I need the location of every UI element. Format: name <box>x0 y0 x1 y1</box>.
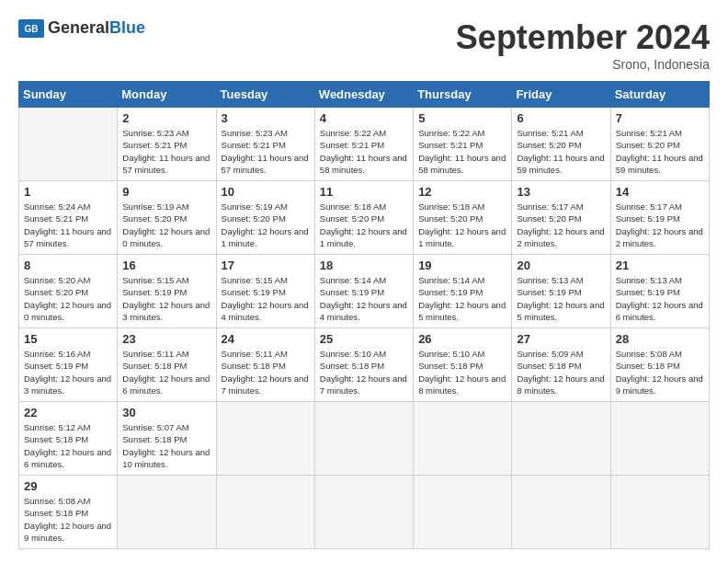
day-number: 7 <box>616 111 704 125</box>
calendar-cell: 18Sunrise: 5:14 AMSunset: 5:19 PMDayligh… <box>314 255 413 328</box>
day-info: Sunrise: 5:08 AMSunset: 5:18 PMDaylight:… <box>616 348 704 396</box>
day-info: Sunrise: 5:24 AMSunset: 5:21 PMDaylight:… <box>24 201 112 249</box>
day-number: 1 <box>24 185 112 199</box>
day-info: Sunrise: 5:19 AMSunset: 5:20 PMDaylight:… <box>222 201 310 249</box>
day-info: Sunrise: 5:21 AMSunset: 5:20 PMDaylight:… <box>616 127 704 176</box>
calendar-cell: 20Sunrise: 5:13 AMSunset: 5:19 PMDayligh… <box>512 255 610 328</box>
day-header-friday: Friday <box>512 82 610 108</box>
day-number: 25 <box>320 332 408 346</box>
day-header-wednesday: Wednesday <box>314 82 413 108</box>
week-row-5: 22Sunrise: 5:12 AMSunset: 5:18 PMDayligh… <box>19 402 710 476</box>
day-number: 21 <box>616 259 704 272</box>
day-info: Sunrise: 5:15 AMSunset: 5:19 PMDaylight:… <box>222 274 310 323</box>
day-number: 28 <box>616 332 704 346</box>
day-number: 15 <box>24 332 112 346</box>
logo: GB GeneralBlue <box>18 18 145 38</box>
calendar-cell <box>610 476 709 549</box>
day-info: Sunrise: 5:13 AMSunset: 5:19 PMDaylight:… <box>517 274 605 323</box>
page-header: GB GeneralBlue September 2024 Srono, Ind… <box>18 18 710 72</box>
calendar-cell <box>512 402 610 476</box>
day-info: Sunrise: 5:21 AMSunset: 5:20 PMDaylight:… <box>517 127 605 176</box>
month-title: September 2024 <box>456 18 710 57</box>
day-info: Sunrise: 5:14 AMSunset: 5:19 PMDaylight:… <box>320 274 408 323</box>
day-number: 10 <box>222 185 310 199</box>
day-info: Sunrise: 5:11 AMSunset: 5:18 PMDaylight:… <box>222 348 310 396</box>
day-info: Sunrise: 5:17 AMSunset: 5:19 PMDaylight:… <box>616 201 704 249</box>
day-number: 12 <box>418 185 506 199</box>
day-info: Sunrise: 5:18 AMSunset: 5:20 PMDaylight:… <box>418 201 506 249</box>
day-info: Sunrise: 5:11 AMSunset: 5:18 PMDaylight:… <box>122 348 210 396</box>
calendar-cell: 27Sunrise: 5:09 AMSunset: 5:18 PMDayligh… <box>512 328 610 402</box>
calendar-cell: 5Sunrise: 5:22 AMSunset: 5:21 PMDaylight… <box>414 108 512 181</box>
day-info: Sunrise: 5:13 AMSunset: 5:19 PMDaylight:… <box>616 274 704 323</box>
day-number: 22 <box>24 406 112 419</box>
calendar-cell: 1Sunrise: 5:24 AMSunset: 5:21 PMDaylight… <box>19 181 118 255</box>
day-number: 27 <box>517 332 605 346</box>
day-header-saturday: Saturday <box>610 82 709 108</box>
calendar-cell: 28Sunrise: 5:08 AMSunset: 5:18 PMDayligh… <box>610 328 709 402</box>
calendar-cell: 25Sunrise: 5:10 AMSunset: 5:18 PMDayligh… <box>314 328 413 402</box>
calendar-cell: 10Sunrise: 5:19 AMSunset: 5:20 PMDayligh… <box>216 181 314 255</box>
day-info: Sunrise: 5:22 AMSunset: 5:21 PMDaylight:… <box>418 127 506 176</box>
day-info: Sunrise: 5:22 AMSunset: 5:21 PMDaylight:… <box>320 127 408 176</box>
day-info: Sunrise: 5:16 AMSunset: 5:19 PMDaylight:… <box>24 348 112 396</box>
logo-general: General <box>48 18 109 37</box>
day-info: Sunrise: 5:23 AMSunset: 5:21 PMDaylight:… <box>222 127 310 176</box>
location: Srono, Indonesia <box>456 57 710 72</box>
day-number: 14 <box>616 185 704 199</box>
week-row-4: 15Sunrise: 5:16 AMSunset: 5:19 PMDayligh… <box>19 328 710 402</box>
calendar-cell: 19Sunrise: 5:14 AMSunset: 5:19 PMDayligh… <box>414 255 512 328</box>
calendar-cell <box>216 476 314 549</box>
logo-blue: Blue <box>109 18 145 37</box>
day-header-tuesday: Tuesday <box>216 82 314 108</box>
day-info: Sunrise: 5:14 AMSunset: 5:19 PMDaylight:… <box>418 274 506 323</box>
calendar-cell: 22Sunrise: 5:12 AMSunset: 5:18 PMDayligh… <box>19 402 118 476</box>
calendar-cell: 24Sunrise: 5:11 AMSunset: 5:18 PMDayligh… <box>216 328 314 402</box>
calendar-cell <box>610 402 709 476</box>
day-number: 20 <box>517 259 605 272</box>
day-info: Sunrise: 5:09 AMSunset: 5:18 PMDaylight:… <box>517 348 605 396</box>
calendar-cell: 16Sunrise: 5:15 AMSunset: 5:19 PMDayligh… <box>118 255 216 328</box>
week-row-3: 8Sunrise: 5:20 AMSunset: 5:20 PMDaylight… <box>19 255 710 328</box>
day-number: 17 <box>222 259 310 272</box>
logo-text: GeneralBlue <box>48 18 145 38</box>
day-info: Sunrise: 5:10 AMSunset: 5:18 PMDaylight:… <box>320 348 408 396</box>
day-number: 23 <box>122 332 210 346</box>
calendar-cell <box>414 476 512 549</box>
day-info: Sunrise: 5:08 AMSunset: 5:18 PMDaylight:… <box>24 495 112 544</box>
day-info: Sunrise: 5:23 AMSunset: 5:21 PMDaylight:… <box>122 127 210 176</box>
calendar-cell: 2Sunrise: 5:23 AMSunset: 5:21 PMDaylight… <box>118 108 216 181</box>
day-info: Sunrise: 5:12 AMSunset: 5:18 PMDaylight:… <box>24 421 112 470</box>
day-info: Sunrise: 5:10 AMSunset: 5:18 PMDaylight:… <box>418 348 506 396</box>
calendar-cell <box>216 402 314 476</box>
calendar-cell: 17Sunrise: 5:15 AMSunset: 5:19 PMDayligh… <box>216 255 314 328</box>
week-row-6: 29Sunrise: 5:08 AMSunset: 5:18 PMDayligh… <box>19 476 710 549</box>
day-number: 13 <box>517 185 605 199</box>
calendar-cell: 21Sunrise: 5:13 AMSunset: 5:19 PMDayligh… <box>610 255 709 328</box>
calendar-cell: 7Sunrise: 5:21 AMSunset: 5:20 PMDaylight… <box>610 108 709 181</box>
day-number: 24 <box>222 332 310 346</box>
calendar-cell: 11Sunrise: 5:18 AMSunset: 5:20 PMDayligh… <box>314 181 413 255</box>
day-info: Sunrise: 5:19 AMSunset: 5:20 PMDaylight:… <box>122 201 210 249</box>
day-info: Sunrise: 5:17 AMSunset: 5:20 PMDaylight:… <box>517 201 605 249</box>
calendar-cell <box>314 402 413 476</box>
day-number: 8 <box>24 259 112 272</box>
day-number: 4 <box>320 111 408 125</box>
calendar-cell: 12Sunrise: 5:18 AMSunset: 5:20 PMDayligh… <box>414 181 512 255</box>
header-row: SundayMondayTuesdayWednesdayThursdayFrid… <box>19 82 710 108</box>
calendar-cell <box>314 476 413 549</box>
day-header-thursday: Thursday <box>414 82 512 108</box>
calendar-cell: 4Sunrise: 5:22 AMSunset: 5:21 PMDaylight… <box>314 108 413 181</box>
week-row-1: 2Sunrise: 5:23 AMSunset: 5:21 PMDaylight… <box>19 108 710 181</box>
day-number: 19 <box>418 259 506 272</box>
calendar-cell: 26Sunrise: 5:10 AMSunset: 5:18 PMDayligh… <box>414 328 512 402</box>
calendar-cell: 29Sunrise: 5:08 AMSunset: 5:18 PMDayligh… <box>19 476 118 549</box>
day-number: 5 <box>418 111 506 125</box>
calendar-cell: 13Sunrise: 5:17 AMSunset: 5:20 PMDayligh… <box>512 181 610 255</box>
calendar-cell <box>414 402 512 476</box>
day-number: 26 <box>418 332 506 346</box>
day-number: 16 <box>122 259 210 272</box>
calendar-cell: 30Sunrise: 5:07 AMSunset: 5:18 PMDayligh… <box>118 402 216 476</box>
svg-text:GB: GB <box>25 24 39 34</box>
day-number: 11 <box>320 185 408 199</box>
